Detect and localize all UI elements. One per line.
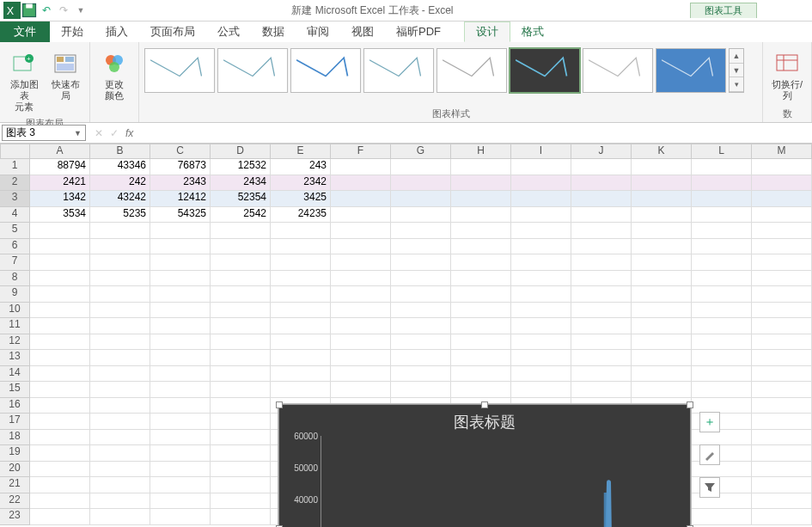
cell[interactable] bbox=[30, 382, 90, 398]
cell[interactable] bbox=[511, 366, 571, 383]
gallery-down-icon[interactable]: ▼ bbox=[730, 64, 743, 78]
cell[interactable]: 5235 bbox=[90, 207, 150, 224]
switch-row-col-button[interactable]: 切换行/列 bbox=[768, 48, 806, 103]
cell[interactable] bbox=[30, 493, 90, 510]
cell[interactable] bbox=[211, 509, 271, 525]
cell[interactable] bbox=[692, 254, 752, 271]
cell[interactable] bbox=[692, 303, 752, 319]
cell[interactable] bbox=[632, 318, 692, 334]
cell[interactable] bbox=[752, 334, 812, 351]
embedded-chart[interactable]: 图表标题 01000020000300004000050000600000500… bbox=[278, 404, 691, 527]
cell[interactable] bbox=[692, 159, 752, 175]
cell[interactable] bbox=[150, 382, 211, 398]
cell[interactable] bbox=[752, 350, 812, 366]
chart-filters-button[interactable] bbox=[699, 477, 720, 498]
cell[interactable]: 12412 bbox=[150, 191, 211, 207]
tab-formulas[interactable]: 公式 bbox=[206, 21, 251, 42]
chart-title[interactable]: 图表标题 bbox=[279, 405, 690, 436]
undo-icon[interactable]: ↶ bbox=[38, 2, 55, 19]
cell[interactable] bbox=[90, 318, 150, 334]
cell[interactable] bbox=[271, 239, 331, 255]
cell[interactable] bbox=[752, 382, 812, 398]
cell[interactable] bbox=[90, 286, 150, 303]
tab-format[interactable]: 格式 bbox=[510, 21, 555, 42]
cell[interactable]: 88794 bbox=[30, 159, 90, 175]
cell[interactable] bbox=[511, 286, 571, 303]
cell[interactable] bbox=[150, 286, 211, 303]
cell[interactable] bbox=[90, 414, 150, 430]
tab-foxit-pdf[interactable]: 福昕PDF bbox=[385, 21, 452, 42]
cell[interactable] bbox=[90, 398, 150, 414]
cell[interactable] bbox=[752, 286, 812, 303]
cell[interactable] bbox=[150, 350, 211, 366]
cell[interactable]: 3534 bbox=[30, 207, 90, 224]
cell[interactable] bbox=[571, 303, 632, 319]
cell[interactable] bbox=[331, 318, 391, 334]
cell[interactable] bbox=[211, 334, 271, 351]
cell[interactable] bbox=[632, 334, 692, 351]
cell[interactable] bbox=[331, 223, 391, 239]
cell[interactable] bbox=[211, 493, 271, 510]
cell[interactable] bbox=[511, 207, 571, 224]
cell[interactable] bbox=[391, 303, 451, 319]
column-header[interactable]: A bbox=[30, 144, 90, 159]
cell[interactable] bbox=[331, 191, 391, 207]
cell[interactable] bbox=[511, 175, 571, 192]
column-header[interactable]: K bbox=[632, 144, 692, 159]
cell[interactable] bbox=[571, 223, 632, 239]
cell[interactable] bbox=[511, 334, 571, 351]
cell[interactable] bbox=[331, 207, 391, 224]
row-header[interactable]: 9 bbox=[0, 286, 30, 303]
cancel-formula-icon[interactable]: ✕ bbox=[95, 127, 103, 139]
cell[interactable] bbox=[692, 175, 752, 192]
cell[interactable] bbox=[571, 271, 632, 287]
cell[interactable] bbox=[752, 445, 812, 462]
cell[interactable] bbox=[752, 462, 812, 478]
cell[interactable] bbox=[391, 334, 451, 351]
tab-page-layout[interactable]: 页面布局 bbox=[139, 21, 206, 42]
cell[interactable] bbox=[451, 350, 511, 366]
cell[interactable] bbox=[632, 350, 692, 366]
column-header[interactable]: I bbox=[511, 144, 571, 159]
row-header[interactable]: 3 bbox=[0, 191, 30, 207]
cell[interactable] bbox=[451, 303, 511, 319]
cell[interactable] bbox=[632, 254, 692, 271]
chart-style-3[interactable] bbox=[290, 48, 361, 93]
cell[interactable] bbox=[752, 175, 812, 192]
column-header[interactable]: L bbox=[692, 144, 752, 159]
cell[interactable] bbox=[30, 318, 90, 334]
cell[interactable] bbox=[571, 318, 632, 334]
cell[interactable]: 2343 bbox=[150, 175, 211, 192]
cell[interactable] bbox=[331, 366, 391, 383]
row-header[interactable]: 11 bbox=[0, 318, 30, 334]
name-box[interactable]: 图表 3 ▼ bbox=[2, 125, 86, 141]
cell[interactable] bbox=[211, 414, 271, 430]
cell[interactable] bbox=[331, 239, 391, 255]
cell[interactable] bbox=[752, 477, 812, 493]
cell[interactable] bbox=[211, 303, 271, 319]
cell[interactable] bbox=[30, 334, 90, 351]
tab-review[interactable]: 审阅 bbox=[296, 21, 340, 42]
cell[interactable] bbox=[451, 286, 511, 303]
cell[interactable] bbox=[211, 398, 271, 414]
row-header[interactable]: 18 bbox=[0, 430, 30, 446]
cell[interactable]: 76873 bbox=[150, 159, 211, 175]
cell[interactable] bbox=[211, 318, 271, 334]
cell[interactable] bbox=[271, 223, 331, 239]
cell[interactable] bbox=[752, 509, 812, 525]
cell[interactable] bbox=[30, 445, 90, 462]
cell[interactable] bbox=[451, 334, 511, 351]
cell[interactable] bbox=[632, 382, 692, 398]
cell[interactable] bbox=[511, 318, 571, 334]
row-header[interactable]: 16 bbox=[0, 398, 30, 414]
row-header[interactable]: 21 bbox=[0, 477, 30, 493]
cell[interactable] bbox=[571, 366, 632, 383]
add-chart-element-button[interactable]: + 添加图表 元素 bbox=[5, 48, 43, 115]
formula-input[interactable] bbox=[140, 123, 812, 143]
cell[interactable] bbox=[692, 207, 752, 224]
cell[interactable] bbox=[451, 191, 511, 207]
cell[interactable] bbox=[211, 350, 271, 366]
style-gallery-scroll[interactable]: ▲▼▾ bbox=[729, 48, 744, 93]
cell[interactable] bbox=[90, 445, 150, 462]
cell[interactable] bbox=[30, 509, 90, 525]
